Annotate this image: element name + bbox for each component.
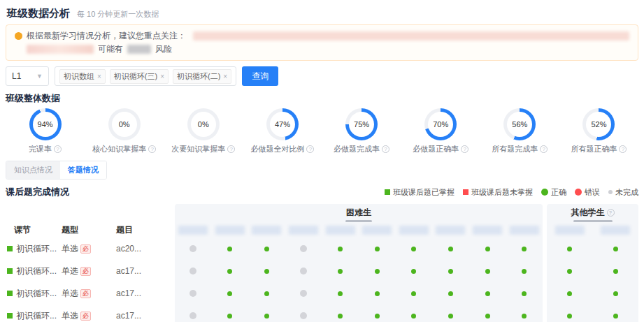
progress-ring: 47% [266,108,299,140]
answer-cell [359,282,396,305]
lesson-tag[interactable]: 初识循环(二)× [173,69,231,84]
redacted-student-name [178,226,208,235]
correct-dot [411,269,416,274]
mastered-square-icon [7,313,13,319]
correct-dot [613,314,618,319]
progress-value: 56% [507,112,532,137]
correct-dot [338,269,343,274]
level-select[interactable]: L1 ▼ [6,66,49,86]
info-icon[interactable]: ? [54,145,62,153]
correct-dot [613,247,618,251]
answer-cell [396,305,433,322]
correct-dot [567,314,572,319]
student-name-cell [359,222,396,237]
answer-cell [322,237,359,260]
legend-item: 班级课后题未掌握 [463,187,533,198]
info-icon[interactable]: ? [227,145,235,153]
info-icon[interactable]: ? [461,145,468,153]
redacted-student-name [215,226,245,235]
attention-alert: 根据最新学习情况分析，建议您重点关注： 可能有 风险 [6,24,638,61]
answer-cell [285,282,322,305]
correct-dot [485,291,490,296]
correct-dot [338,291,343,296]
question-id: ac20... [116,244,175,254]
correct-dot [567,269,572,274]
student-name-cell [285,222,322,237]
table-left-columns: 课节 题型 题目 初识循环...单选必ac20...初识循环...单选必ac17… [6,204,175,322]
incomplete-dot [189,290,196,297]
answer-cell [175,237,212,260]
answer-cell [322,260,359,282]
search-button[interactable]: 查询 [242,66,278,86]
lesson-name: 初识循环... [16,310,57,322]
legend-label: 班级课后题未掌握 [471,187,533,198]
incomplete-dot [300,290,307,297]
redacted-student-names [193,31,629,41]
tab-knowledge[interactable]: 知识点情况 [6,161,60,179]
other-students-panel: 其他学生 ? [547,204,638,322]
info-icon[interactable]: ? [540,145,548,153]
legend-circle-swatch [575,189,582,196]
correct-dot [485,314,490,319]
progress-ring: 0% [187,108,220,140]
required-badge: 必 [80,289,91,298]
lesson-tag[interactable]: 初识循环(三)× [110,69,169,84]
tag-close-icon[interactable]: × [223,73,227,80]
lesson-multiselect[interactable]: 初识数组×初识循环(三)×初识循环(二)× [55,66,236,86]
stat-card: 0%次要知识掌握率? [164,108,243,154]
correct-dot [485,269,490,274]
stat-label-text: 所有题正确率 [571,144,617,154]
tab-answers[interactable]: 答题情况 [60,161,106,179]
stat-label-text: 所有题完成率 [492,144,538,154]
info-icon[interactable]: ? [306,145,314,153]
others-group-header: 其他学生 ? [547,204,638,222]
info-icon[interactable]: ? [619,145,627,153]
question-id: ac17... [116,288,175,298]
alert-line-1: 根据最新学习情况分析，建议您重点关注： [15,29,629,43]
progress-value: 75% [349,112,374,137]
correct-dot [227,247,232,251]
redacted-student-name [555,226,585,235]
tag-close-icon[interactable]: × [160,73,164,80]
overview-stats-row: 94%完课率?0%核心知识掌握率?0%次要知识掌握率?47%必做题全对比例?75… [6,108,638,154]
progress-ring: 75% [345,108,378,140]
incomplete-dot [300,245,307,252]
chevron-down-icon: ▼ [36,73,43,80]
student-name-cell [322,222,359,237]
answer-cell [212,237,249,260]
lesson-cell: 初识循环... [6,310,62,322]
progress-value: 0% [191,112,216,137]
incomplete-dot [300,312,307,319]
question-id: ac17... [116,266,175,276]
stat-label: 必做题完成率? [334,144,389,154]
answer-cell [359,237,396,260]
answer-cell [285,305,322,322]
progress-value: 52% [586,112,611,137]
answer-cell [248,282,285,305]
legend-label: 正确 [551,187,566,198]
answer-cell [212,282,249,305]
answer-cell [175,260,212,282]
class-data-analysis-page: 班级数据分析 每 10 分钟更新一次数据 根据最新学习情况分析，建议您重点关注：… [0,0,644,322]
answer-cell [432,237,469,260]
answer-cell [547,237,593,260]
progress-value: 47% [270,112,295,137]
correct-dot [613,269,618,274]
answer-cell [547,305,593,322]
progress-value: 94% [33,112,58,137]
alert-text: 风险 [155,43,172,55]
info-icon[interactable]: ? [607,209,615,217]
info-icon[interactable]: ? [382,145,389,153]
correct-dot [227,314,232,319]
answer-cell [396,237,433,260]
lesson-tag[interactable]: 初识数组× [59,69,106,84]
tag-close-icon[interactable]: × [97,73,101,80]
progress-ring: 52% [582,108,615,140]
alert-text: 可能有 [98,43,123,55]
answer-cell [285,237,322,260]
dot-row [175,305,543,322]
question-id: ac17... [116,311,175,321]
required-badge: 必 [80,244,91,254]
progress-ring: 94% [29,108,62,140]
info-icon[interactable]: ? [148,145,156,153]
